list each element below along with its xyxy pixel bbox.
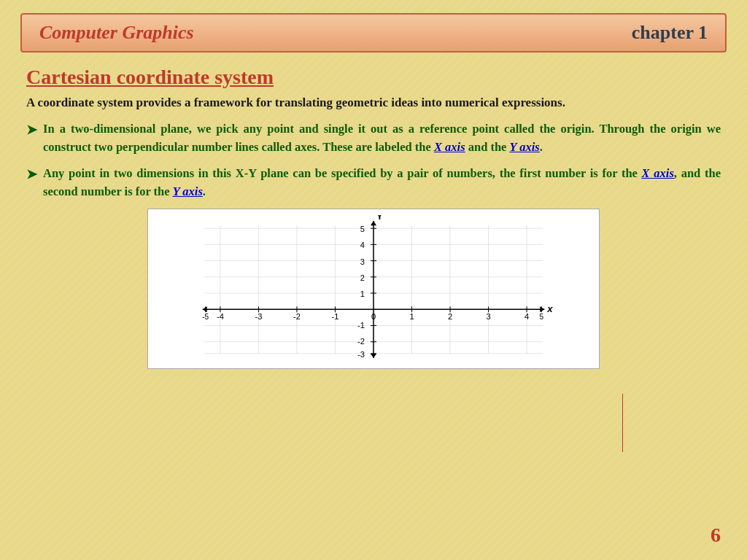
svg-text:-3: -3 xyxy=(357,350,365,359)
svg-text:3: 3 xyxy=(360,257,365,265)
section-title: Cartesian coordinate system xyxy=(26,66,721,89)
header: Computer Graphics chapter 1 xyxy=(20,13,727,52)
bullet-arrow-1: ➤ xyxy=(26,120,37,141)
svg-text:4: 4 xyxy=(360,241,365,249)
svg-text:3: 3 xyxy=(486,312,490,321)
main-content: Cartesian coordinate system A coordinate… xyxy=(0,52,747,369)
header-title: Computer Graphics xyxy=(39,22,194,44)
svg-marker-19 xyxy=(540,306,544,312)
svg-text:-2: -2 xyxy=(357,337,365,346)
bullet-arrow-2: ➤ xyxy=(26,165,37,185)
x-axis-link-1[interactable]: X axis xyxy=(434,140,465,154)
svg-text:-4: -4 xyxy=(217,312,224,321)
intro-text: A coordinate system provides a framework… xyxy=(26,93,721,112)
svg-marker-22 xyxy=(371,221,376,225)
svg-marker-23 xyxy=(371,354,376,358)
bullet-text-2: Any point in two dimensions in this X-Y … xyxy=(43,164,721,201)
chart-box: -4 -3 -2 -1 0 1 2 3 4 -5 5 1 2 3 4 5 -1 … xyxy=(147,209,600,369)
chart-container: -4 -3 -2 -1 0 1 2 3 4 -5 5 1 2 3 4 5 -1 … xyxy=(26,209,721,369)
x-axis-link-2[interactable]: X axis xyxy=(642,166,674,180)
bullet-item-2: ➤ Any point in two dimensions in this X-… xyxy=(26,164,721,201)
svg-text:2: 2 xyxy=(360,273,365,282)
bullet-list: ➤ In a two-dimensional plane, we pick an… xyxy=(26,120,721,201)
svg-text:Y: Y xyxy=(376,215,383,222)
svg-text:1: 1 xyxy=(409,312,414,321)
svg-text:0: 0 xyxy=(371,312,376,321)
svg-text:-2: -2 xyxy=(293,312,301,321)
svg-text:-1: -1 xyxy=(332,312,339,321)
svg-text:1: 1 xyxy=(360,289,365,298)
header-chapter: chapter 1 xyxy=(632,22,708,44)
svg-text:4: 4 xyxy=(525,312,529,321)
svg-marker-20 xyxy=(203,306,207,312)
svg-text:2: 2 xyxy=(448,312,452,321)
svg-text:-3: -3 xyxy=(255,312,262,321)
svg-text:x: x xyxy=(546,303,553,314)
bullet-text-1: In a two-dimensional plane, we pick any … xyxy=(43,120,721,157)
svg-text:-1: -1 xyxy=(357,320,365,329)
svg-text:5: 5 xyxy=(360,225,365,233)
bullet-item-1: ➤ In a two-dimensional plane, we pick an… xyxy=(26,120,721,157)
svg-text:-5: -5 xyxy=(202,313,209,321)
y-axis-link-2[interactable]: Y axis xyxy=(173,184,203,198)
svg-text:5: 5 xyxy=(539,313,543,321)
coordinate-chart: -4 -3 -2 -1 0 1 2 3 4 -5 5 1 2 3 4 5 -1 … xyxy=(157,215,590,362)
page-number: 6 xyxy=(711,524,721,547)
right-vertical-line xyxy=(622,394,623,452)
y-axis-link-1[interactable]: Y axis xyxy=(510,140,540,154)
